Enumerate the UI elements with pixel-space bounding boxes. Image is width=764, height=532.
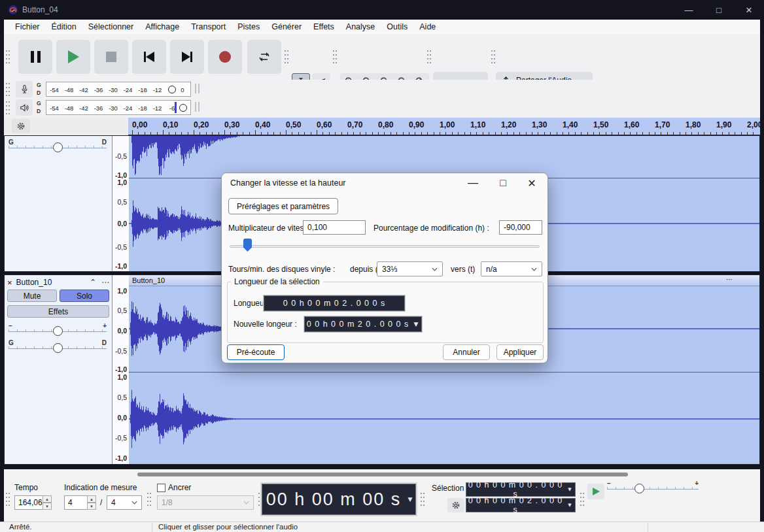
presets-settings-button[interactable]: Préréglages et paramètres (228, 198, 338, 214)
dialog-close-button[interactable]: ✕ (517, 173, 546, 193)
snap-checkbox[interactable] (157, 484, 165, 492)
timeline-tick (292, 132, 292, 135)
speed-multiplier-input[interactable]: 0,100 (303, 220, 366, 235)
menu-item-aide[interactable]: Aide (413, 21, 442, 33)
stop-button[interactable] (94, 40, 128, 74)
play-speed-grip[interactable] (580, 491, 585, 507)
menu-item-fichier[interactable]: Fichier (9, 21, 46, 33)
play-meter-button[interactable] (16, 99, 33, 116)
snap-grip[interactable] (147, 491, 152, 507)
menu-item-generer[interactable]: Générer (266, 21, 307, 33)
menu-item-selectionner[interactable]: Sélectionner (82, 21, 140, 33)
track2-name[interactable]: Button_10 (16, 278, 52, 287)
from-rpm-select[interactable]: 33⅓ (377, 261, 443, 276)
track2-vertical-ruler[interactable]: 1,00,50,0-0,5-1,01,00,50,0-0,5-1,0 (113, 275, 130, 464)
snap-select[interactable]: 1/8 (157, 495, 254, 510)
loop-button[interactable] (247, 40, 281, 74)
tempo-grip[interactable] (5, 491, 10, 507)
track1-pan-slider[interactable]: G D (9, 140, 107, 153)
menu-item-effets[interactable]: Effets (307, 21, 340, 33)
skip-to-end-button[interactable] (170, 40, 204, 74)
pan-thumb[interactable] (53, 142, 63, 152)
audio-position-display[interactable]: 00 h 00 m 00 s ▼ (262, 484, 416, 515)
track1-waveform-ch1[interactable] (129, 136, 759, 178)
record-meter-scale[interactable]: -54-48-42-36-30-24-18-12-6 0 (46, 82, 191, 97)
selection-start-display[interactable]: 0 0 h 0 0 m 0 0 . 0 0 0 s▼ (466, 482, 576, 497)
pan-thumb[interactable] (53, 343, 63, 353)
play-meter-grip[interactable] (5, 100, 10, 116)
tempo-input[interactable]: 164,06 (14, 495, 43, 510)
play-at-speed-button[interactable] (587, 484, 604, 499)
track2-mute-button[interactable]: Mute (7, 290, 57, 302)
selection-options-button[interactable] (447, 498, 464, 512)
transport-grip[interactable] (5, 49, 10, 65)
track2-volume-slider[interactable]: – + (9, 324, 107, 337)
menu-item-edition[interactable]: Édition (46, 21, 82, 33)
track2-waveform-ch2[interactable] (129, 373, 759, 465)
horizontal-scrollbar-thumb[interactable] (137, 473, 628, 476)
play-speed-slider[interactable]: – + (607, 481, 699, 494)
skip-to-start-button[interactable] (132, 40, 166, 74)
timesig-upper-input[interactable]: 4 (64, 495, 88, 510)
snap-toggle[interactable]: Ancrer (157, 483, 191, 492)
current-length-display[interactable]: 0 0 h 0 0 m 0 2 . 0 0 0 s (264, 295, 405, 311)
track2-effects-button[interactable]: Effets (7, 305, 109, 318)
to-rpm-select[interactable]: n/a (481, 261, 542, 276)
percent-change-input[interactable]: -90,000 (499, 220, 542, 235)
selection-end-display[interactable]: 0 0 h 0 0 m 0 2 . 0 0 0 s▼ (466, 498, 576, 512)
track2-menu-button[interactable]: ⋯ (101, 278, 109, 287)
speed-slider-thumb[interactable] (243, 239, 252, 252)
config-grip[interactable] (426, 49, 432, 65)
track2-solo-button[interactable]: Solo (60, 290, 109, 302)
tempo-spinner[interactable]: ▲▼ (43, 495, 52, 510)
preview-button[interactable]: Pré-écoute (227, 344, 285, 360)
recording-meter[interactable]: GD -54-48-42-36-30-24-18-12-6 0 (4, 80, 213, 99)
meter-resize-handle[interactable] (198, 84, 200, 93)
edit-grip[interactable] (332, 49, 338, 65)
record-meter-grip[interactable] (5, 82, 10, 97)
window-close-button[interactable]: ✕ (734, 0, 764, 20)
track1-vertical-ruler[interactable]: -0,5-1,01,00,50,0-0,5-1,0 (113, 136, 130, 271)
speed-thumb[interactable] (634, 484, 644, 493)
record-button[interactable] (208, 40, 242, 74)
track2-collapse-button[interactable]: ⌃ (90, 278, 96, 287)
timeline-tick (243, 132, 243, 135)
selection-grip[interactable] (420, 491, 425, 507)
menu-item-transport[interactable]: Transport (185, 21, 232, 33)
meter-resize-handle[interactable] (195, 84, 196, 93)
clip-menu-button[interactable]: ⋯ (726, 276, 733, 283)
track2-control-panel[interactable]: × Button_10 ⌃ ⋯ Mute Solo Effets – + G (5, 275, 113, 464)
speed-slider-track[interactable] (230, 245, 540, 248)
timeline-ruler[interactable]: 0,000,100,200,300,400,500,600,700,800,90… (128, 118, 760, 135)
timesig-spinner[interactable]: ▲▼ (87, 495, 96, 510)
dialog-minimize-button[interactable]: — (459, 173, 487, 193)
pause-button[interactable] (18, 40, 52, 74)
record-meter-button[interactable] (16, 81, 33, 97)
track2-close-button[interactable]: × (7, 278, 12, 288)
play-button[interactable] (56, 40, 90, 74)
volume-thumb[interactable] (53, 326, 63, 336)
window-minimize-button[interactable]: — (674, 0, 704, 20)
horizontal-scrollbar[interactable] (4, 469, 760, 480)
share-grip[interactable] (491, 49, 496, 65)
menu-item-analyse[interactable]: Analyse (340, 21, 381, 33)
timeline-options-button[interactable] (12, 119, 30, 133)
menu-item-outils[interactable]: Outils (381, 21, 413, 33)
time-format-arrow[interactable]: ▼ (405, 496, 415, 503)
meter-resize-handle[interactable] (195, 102, 196, 112)
cancel-button[interactable]: Annuler (443, 344, 490, 360)
new-length-display[interactable]: 0 0 h 0 0 m 2 0 . 0 0 0 s ▼ (304, 316, 422, 332)
menu-item-pistes[interactable]: Pistes (232, 21, 266, 33)
track1-control-panel[interactable]: G D (5, 136, 113, 271)
play-meter-scale[interactable]: -54-48-42-36-30-24-18-12-6 (46, 100, 191, 115)
apply-button[interactable]: Appliquer (496, 344, 544, 360)
meter-resize-handle[interactable] (198, 102, 200, 112)
window-maximize-button[interactable]: □ (704, 0, 734, 20)
timesig-lower-select[interactable]: 4 (107, 495, 142, 510)
track2-pan-slider[interactable]: G D (9, 341, 107, 354)
playback-meter[interactable]: GD -54-48-42-36-30-24-18-12-6 (4, 99, 213, 117)
dialog-maximize-button[interactable]: □ (489, 173, 517, 193)
menu-item-affichage[interactable]: Affichage (139, 21, 185, 33)
tools-grip[interactable] (284, 49, 289, 65)
new-length-dropdown-arrow[interactable]: ▼ (411, 321, 421, 327)
